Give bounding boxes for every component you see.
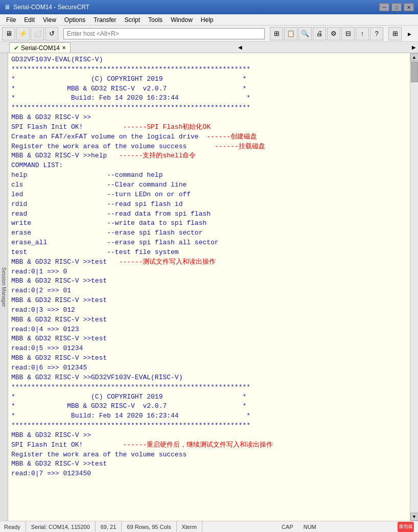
menu-transfer[interactable]: Transfer (89, 15, 120, 25)
terminal-line-67: read:0|7 =>> 0123450 (11, 469, 407, 479)
address-input[interactable] (63, 28, 265, 39)
titlebar: 🖥 Serial-COM14 - SecureCRT ─ □ ✕ (0, 0, 418, 14)
find-button[interactable]: 🔍 (298, 27, 312, 40)
terminal-line-44: MBB & GD32 RISC-V >>test (11, 334, 407, 344)
terminal-line-8: SPI Flash Init OK! ------SPI Flash初始化OK (11, 123, 407, 132)
toolbar: 🖥 ⚡ ⬜ ↺ ⊞ 📋 🔍 🖨 ⚙ ⊟ ↑ ? ⊞ ▸ (0, 26, 418, 42)
reconnect-button[interactable]: ↺ (45, 27, 58, 40)
menu-options[interactable]: Options (60, 15, 89, 25)
session-tab-close[interactable]: ✕ (62, 45, 66, 51)
scroll-down-button[interactable]: ▼ (410, 513, 419, 521)
terminal-line-34: read:0|2 =>> 01 (11, 286, 407, 296)
terminal-line-63: Register the work area of the volume suc… (11, 450, 407, 460)
brand-icon: 面包板 (396, 522, 414, 532)
terminal-line-40: MBB & GD32 RISC-V >>test (11, 315, 407, 325)
status-xterm: Xterm (177, 521, 202, 532)
status-ready: Ready (4, 521, 26, 532)
terminal-line-58: ****************************************… (11, 421, 407, 431)
terminal-line-2: * (C) COPYRIGHT 2019 * (11, 75, 407, 84)
terminal-line-12: Register the work area of the volume suc… (11, 142, 407, 152)
terminal-line-61: SPI Flash Init OK! ------重启硬件后，继续测试文件写入和… (11, 441, 407, 450)
terminal-line-1: ****************************************… (11, 65, 407, 75)
tab-right-arrow[interactable]: ▶ (410, 41, 418, 53)
terminal-line-3: * MBB & GD32 RISC-V v2.0.7 * (11, 84, 407, 94)
terminal-line-22: read --read data from spi flash (11, 210, 407, 219)
status-caps: CAP (276, 521, 298, 532)
terminal-line-32: MBB & GD32 RISC-V >>test (11, 276, 407, 286)
terminal-line-21: rdid --read spi flash id (11, 200, 407, 210)
lightning-button[interactable]: ⚡ (16, 27, 30, 40)
window-title: Serial-COM14 - SecureCRT (13, 4, 89, 11)
session-tab-indicator: ✔ (14, 44, 19, 52)
statusbar: Ready Serial: COM14, 115200 69, 21 69 Ro… (0, 521, 418, 532)
session-manager-panel[interactable]: Session Manager (0, 53, 8, 521)
settings-button[interactable]: ⚙ (327, 27, 340, 40)
terminal-line-14: MBB & GD32 RISC-V >>help ------支持的shell命… (11, 151, 407, 161)
terminal-line-36: MBB & GD32 RISC-V >>test (11, 296, 407, 306)
terminal-line-24: erase --erase spi flash sector (11, 228, 407, 238)
paste-button[interactable]: 📋 (284, 27, 297, 40)
terminal-line-30: read:0|1 =>> 0 (11, 267, 407, 277)
terminal-line-16: COMMAND LIST: (11, 161, 407, 171)
copy-button[interactable]: ⬜ (31, 27, 44, 40)
vertical-scrollbar[interactable]: ▲ ▼ (410, 53, 418, 521)
terminal-line-46: read:0|5 =>> 01234 (11, 344, 407, 354)
scroll-up-button[interactable]: ▲ (410, 53, 419, 61)
session-tab-com14[interactable]: ✔ Serial-COM14 ✕ (9, 42, 71, 53)
session-manager-label: Session Manager (1, 267, 7, 307)
print-button[interactable]: 🖨 (313, 27, 326, 40)
terminal-output[interactable]: GD32VF103V-EVAL(RISC-V)*****************… (8, 53, 410, 521)
status-position: 69, 21 (96, 521, 122, 532)
terminal-line-57: * Build: Feb 14 2020 16:23:44 * (11, 411, 407, 421)
titlebar-left: 🖥 Serial-COM14 - SecureCRT (4, 4, 89, 11)
terminal-line-38: read:0|3 =>> 012 (11, 306, 407, 315)
session-tab-label: Serial-COM14 (21, 44, 60, 52)
titlebar-right: ─ □ ✕ (379, 3, 414, 11)
terminal-line-23: write --write data to spi flash (11, 219, 407, 228)
terminal-line-60: MBB & GD32 RISC-V >> (11, 431, 407, 441)
help-button[interactable]: ? (370, 27, 383, 40)
terminal-line-7: MBB & GD32 RISC-V >> (11, 113, 407, 123)
terminal-line-42: read:0|4 =>> 0123 (11, 325, 407, 335)
scroll-thumb[interactable] (411, 62, 418, 82)
terminal-line-54: ****************************************… (11, 383, 407, 392)
close-button[interactable]: ✕ (404, 3, 414, 11)
map-button[interactable]: ⊟ (341, 27, 355, 40)
terminal-line-48: MBB & GD32 RISC-V >>test (11, 354, 407, 363)
terminal-line-10: Create an FAT/exFAT volume on the logica… (11, 132, 407, 142)
menu-view[interactable]: View (39, 15, 60, 25)
menu-script[interactable]: Script (120, 15, 144, 25)
terminal-line-5: ****************************************… (11, 103, 407, 113)
tab-left-arrow[interactable]: ◀ (236, 41, 244, 53)
app-icon: 🖥 (4, 4, 10, 11)
terminal-line-0: GD32VF103V-EVAL(RISC-V) (11, 55, 407, 65)
minimize-button[interactable]: ─ (379, 3, 389, 11)
main-content: Session Manager GD32VF103V-EVAL(RISC-V)*… (0, 53, 418, 521)
maximize-button[interactable]: □ (391, 3, 402, 11)
menu-file[interactable]: File (2, 15, 20, 25)
extra-button[interactable]: ⊞ (388, 27, 402, 40)
menu-tools[interactable]: Tools (144, 15, 167, 25)
new-session-button[interactable]: 🖥 (2, 27, 15, 40)
terminal-line-52: MBB & GD32 RISC-V >>GD32VF103V-EVAL(RISC… (11, 373, 407, 383)
terminal-line-65: MBB & GD32 RISC-V >>test (11, 459, 407, 469)
menu-window[interactable]: Window (167, 15, 197, 25)
status-serial: Serial: COM14, 115200 (26, 521, 96, 532)
scroll-track[interactable] (410, 61, 418, 513)
terminal-line-19: cls --Clear command line (11, 180, 407, 190)
terminal-line-26: test --test file system (11, 248, 407, 258)
upload-button[interactable]: ↑ (356, 27, 369, 40)
status-rows-cols: 69 Rows, 95 Cols (122, 521, 176, 532)
terminal-line-20: led --turn LEDn on or off (11, 190, 407, 200)
toolbar-expand[interactable]: ▸ (403, 27, 416, 40)
menu-help[interactable]: Help (197, 15, 218, 25)
menubar: FileEditViewOptionsTransferScriptToolsWi… (0, 14, 418, 26)
session-tabs-bar: ✔ Serial-COM14 ✕ ◀ ▶ (0, 42, 418, 53)
terminal-line-28: MBB & GD32 RISC-V >>test ------测试文件写入和读出… (11, 258, 407, 267)
terminal-line-50: read:0|6 =>> 012345 (11, 363, 407, 373)
terminal-line-56: * MBB & GD32 RISC-V v2.0.7 * (11, 402, 407, 411)
terminal-line-4: * Build: Feb 14 2020 16:23:44 * (11, 94, 407, 103)
terminal-line-18: help --command help (11, 171, 407, 180)
menu-edit[interactable]: Edit (20, 15, 39, 25)
connect-button[interactable]: ⊞ (270, 27, 283, 40)
